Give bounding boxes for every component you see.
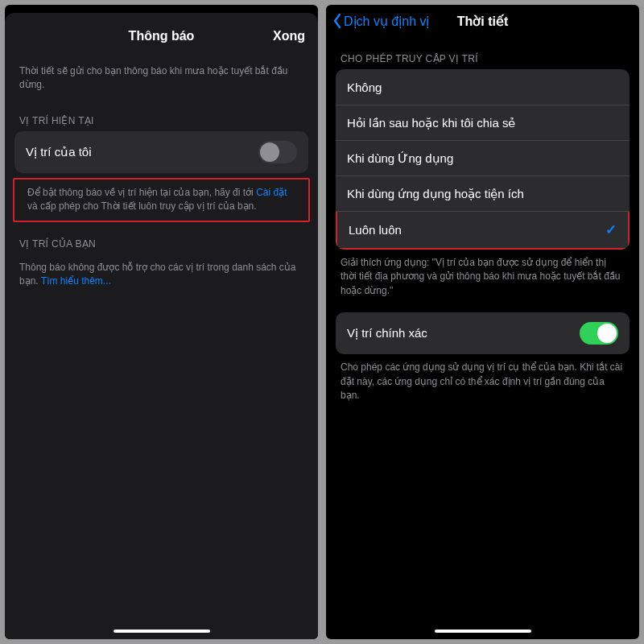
- option-ask-next[interactable]: Hỏi lần sau hoặc khi tôi chia sẻ: [336, 105, 630, 140]
- precise-location-toggle[interactable]: [580, 322, 618, 345]
- section-allow-location: CHO PHÉP TRUY CẬP VỊ TRÍ: [326, 37, 639, 69]
- my-location-label: Vị trí của tôi: [26, 145, 92, 159]
- modal-header: Thông báo Xong: [5, 19, 318, 53]
- settings-link[interactable]: Cài đặt: [256, 187, 287, 198]
- settings-hint-text: Để bật thông báo về vị trí hiện tại của …: [21, 186, 302, 214]
- option-label: Không: [347, 80, 382, 94]
- page-title: Thời tiết: [457, 14, 509, 29]
- precise-location-label: Vị trí chính xác: [347, 326, 427, 341]
- location-access-options: Không Hỏi lần sau hoặc khi tôi chia sẻ K…: [336, 69, 630, 250]
- option-never[interactable]: Không: [336, 69, 630, 105]
- back-button[interactable]: Dịch vụ định vị: [332, 13, 429, 29]
- hint-pre: Để bật thông báo về vị trí hiện tại của …: [27, 187, 256, 198]
- section-current-location: VỊ TRÍ HIỆN TẠI: [5, 99, 318, 131]
- option-label: Khi dùng Ứng dụng: [347, 151, 453, 166]
- my-location-row[interactable]: Vị trí của tôi: [14, 131, 308, 173]
- option-label: Hỏi lần sau hoặc khi tôi chia sẻ: [347, 116, 515, 130]
- home-indicator[interactable]: [114, 630, 210, 633]
- option-always[interactable]: Luôn luôn ✓: [336, 211, 630, 250]
- app-explanation: Giải thích ứng dụng: "Vị trí của bạn đượ…: [326, 250, 639, 301]
- left-screen: Thông báo Xong Thời tiết sẽ gửi cho bạn …: [5, 5, 318, 639]
- hint-post: và cấp phép cho Thời tiết luôn truy cập …: [27, 200, 257, 212]
- settings-hint-callout: Để bật thông báo về vị trí hiện tại của …: [13, 178, 310, 222]
- option-label: Khi dùng ứng dụng hoặc tiện ích: [347, 187, 524, 201]
- page-title: Thông báo: [129, 29, 195, 43]
- precise-location-desc: Cho phép các ứng dụng sử dụng vị trí cụ …: [326, 354, 639, 406]
- learn-more-link[interactable]: Tìm hiểu thêm...: [41, 275, 111, 287]
- precise-location-group: Vị trí chính xác: [336, 312, 630, 354]
- nav-header: Dịch vụ định vị Thời tiết: [326, 5, 639, 37]
- back-label: Dịch vụ định vị: [344, 14, 429, 29]
- option-while-using[interactable]: Khi dùng Ứng dụng: [336, 140, 630, 175]
- home-indicator[interactable]: [435, 630, 531, 633]
- notification-sheet: Thông báo Xong Thời tiết sẽ gửi cho bạn …: [5, 13, 318, 639]
- option-while-using-widgets[interactable]: Khi dùng ứng dụng hoặc tiện ích: [336, 175, 630, 211]
- section-your-location: VỊ TRÍ CỦA BẠN: [5, 222, 318, 254]
- right-screen: Dịch vụ định vị Thời tiết CHO PHÉP TRUY …: [326, 5, 639, 639]
- my-location-toggle[interactable]: [258, 141, 297, 163]
- unsupported-text: Thông báo không được hỗ trợ cho các vị t…: [5, 254, 318, 292]
- chevron-left-icon: [332, 13, 342, 29]
- current-location-group: Vị trí của tôi: [14, 131, 308, 173]
- intro-text: Thời tiết sẽ gửi cho bạn thông báo khi m…: [5, 53, 318, 99]
- option-label: Luôn luôn: [349, 223, 402, 237]
- left-content: Thời tiết sẽ gửi cho bạn thông báo khi m…: [5, 53, 318, 291]
- right-content: CHO PHÉP TRUY CẬP VỊ TRÍ Không Hỏi lần s…: [326, 37, 639, 406]
- precise-location-row[interactable]: Vị trí chính xác: [336, 312, 630, 354]
- done-button[interactable]: Xong: [273, 29, 305, 43]
- checkmark-icon: ✓: [605, 221, 617, 238]
